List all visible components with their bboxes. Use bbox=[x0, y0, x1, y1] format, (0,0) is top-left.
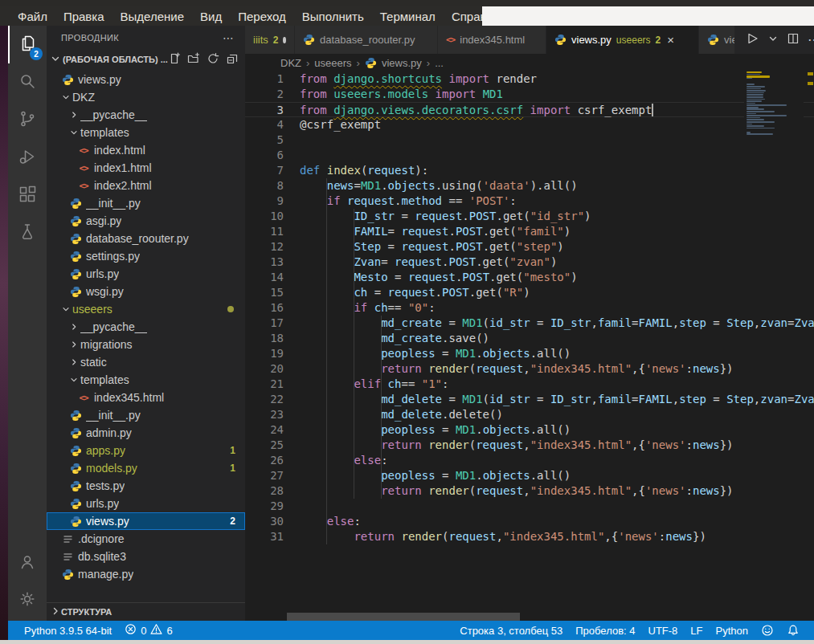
tree-file-urls.py[interactable]: urls.py bbox=[47, 265, 245, 283]
workspace-section-header[interactable]: (РАБОЧАЯ ОБЛАСТЬ) ... bbox=[47, 50, 245, 69]
run-python-file-icon[interactable] bbox=[745, 31, 759, 49]
tab-iiits[interactable]: iiits2 bbox=[245, 26, 295, 54]
activity-search-button[interactable] bbox=[8, 63, 47, 101]
python-interpreter[interactable]: Python 3.9.5 64-bit bbox=[18, 625, 118, 637]
activity-source-control-button[interactable] bbox=[8, 101, 47, 139]
menu-item-7[interactable]: Терминал bbox=[372, 10, 444, 23]
warning-icon bbox=[150, 623, 162, 638]
tab-index345.html[interactable]: <>index345.html bbox=[438, 26, 546, 54]
minimap-line bbox=[747, 86, 765, 88]
python-file-icon bbox=[69, 426, 82, 439]
encoding-setting[interactable]: UTF-8 bbox=[642, 625, 685, 637]
menu-item-6[interactable]: Выполнить bbox=[294, 10, 372, 23]
code-line-2: 2from useeers.models import MD1 bbox=[245, 87, 814, 102]
activity-explorer-button[interactable]: 2 bbox=[8, 26, 47, 63]
minimap-line bbox=[747, 113, 756, 115]
cursor-position[interactable]: Строка 3, столбец 53 bbox=[453, 625, 569, 637]
language-mode[interactable]: Python bbox=[710, 625, 755, 637]
tree-folder-__pycache__[interactable]: __pycache__ bbox=[47, 106, 245, 124]
tab-views.py[interactable]: views.pyuseeers2× bbox=[546, 26, 699, 54]
activity-testing-button[interactable] bbox=[8, 214, 47, 252]
tree-file-models.py[interactable]: models.py1 bbox=[47, 459, 245, 477]
tree-file-database_roouter.py[interactable]: database_roouter.py bbox=[47, 230, 245, 247]
breadcrumb-item[interactable]: views.py bbox=[382, 57, 422, 69]
tab-bar: iiits2database_roouter.py<>index345.html… bbox=[245, 26, 814, 54]
minimap-line bbox=[747, 133, 773, 135]
tree-file-index345.html[interactable]: <>index345.html bbox=[47, 389, 245, 406]
breadcrumb-item[interactable]: DKZ bbox=[280, 57, 301, 69]
tree-folder-migrations[interactable]: migrations bbox=[47, 336, 245, 353]
breadcrumb-item[interactable]: useeers bbox=[314, 57, 351, 69]
horizontal-scrollbar[interactable] bbox=[287, 613, 520, 621]
minimap-line bbox=[747, 128, 775, 129]
notifications-bell-icon[interactable] bbox=[780, 624, 806, 637]
indent-guide bbox=[381, 316, 382, 499]
activity-settings-button[interactable] bbox=[8, 581, 47, 619]
tree-file-views.py[interactable]: views.py bbox=[47, 71, 245, 88]
refresh-icon[interactable] bbox=[207, 52, 219, 67]
minimap-line bbox=[747, 107, 759, 108]
line-number: 16 bbox=[245, 300, 284, 316]
tree-folder-useeers[interactable]: useeers bbox=[47, 300, 245, 318]
background-window-strip bbox=[482, 6, 814, 26]
close-icon[interactable]: × bbox=[667, 33, 674, 47]
sidebar-more-icon[interactable]: ⋯ bbox=[223, 31, 234, 44]
chevron-right-icon bbox=[69, 339, 79, 350]
tree-file-index2.html[interactable]: <>index2.html bbox=[47, 177, 245, 194]
menu-item-3[interactable]: Выделение bbox=[112, 10, 192, 23]
tree-file-__init__.py[interactable]: __init__.py bbox=[47, 194, 245, 212]
tree-folder-static[interactable]: static bbox=[47, 353, 245, 371]
activity-account-button[interactable] bbox=[8, 544, 47, 581]
chevron-right-icon bbox=[69, 109, 79, 120]
split-editor-icon[interactable] bbox=[787, 32, 800, 48]
tree-file-db.sqlite3[interactable]: db.sqlite3 bbox=[47, 548, 245, 565]
menu-item-2[interactable]: Правка bbox=[55, 10, 112, 23]
tree-file-.dcignore[interactable]: .dcignore bbox=[47, 530, 245, 548]
tree-file-settings.py[interactable]: settings.py bbox=[47, 247, 245, 265]
menu-item-4[interactable]: Вид bbox=[192, 10, 230, 23]
minimap[interactable] bbox=[744, 68, 804, 157]
breadcrumb[interactable]: DKZ›useeers›views.py›... bbox=[245, 54, 814, 71]
feedback-icon[interactable] bbox=[755, 624, 780, 637]
tree-file-urls.py[interactable]: urls.py bbox=[47, 495, 245, 512]
tab-vie[interactable]: vie bbox=[699, 26, 735, 54]
code-line-20: 20 return render(request,"index345.html"… bbox=[245, 361, 814, 377]
indentation-setting[interactable]: Пробелов: 4 bbox=[569, 625, 641, 637]
outline-section-header[interactable]: СТРУКТУРА bbox=[47, 602, 245, 621]
tree-folder-templates[interactable]: templates bbox=[47, 124, 245, 141]
breadcrumb-item[interactable]: ... bbox=[435, 57, 444, 69]
code-line-13: 13 Zvan= request.POST.get("zvan") bbox=[245, 255, 814, 270]
eol-setting[interactable]: LF bbox=[684, 625, 709, 637]
tree-folder-__pycache__[interactable]: __pycache__ bbox=[47, 318, 245, 336]
menu-item-5[interactable]: Переход bbox=[230, 10, 294, 23]
tree-file-index.html[interactable]: <>index.html bbox=[47, 141, 245, 159]
code-editor[interactable]: 1from django.shortcuts import render2fro… bbox=[245, 71, 814, 585]
line-number: 1 bbox=[245, 71, 284, 87]
tree-file-tests.py[interactable]: tests.py bbox=[47, 477, 245, 495]
tree-file-__init__.py[interactable]: __init__.py bbox=[47, 406, 245, 424]
activity-run-debug-button[interactable] bbox=[8, 139, 47, 177]
tree-file-views.py[interactable]: views.py2 bbox=[47, 512, 245, 530]
new-file-icon[interactable] bbox=[168, 52, 181, 67]
minimap-line bbox=[747, 111, 775, 112]
problems-indicator[interactable]: 0 6 bbox=[118, 623, 178, 638]
new-folder-icon[interactable] bbox=[187, 52, 200, 67]
run-dropdown-chevron-icon[interactable] bbox=[767, 33, 779, 47]
menu-item-1[interactable]: Файл bbox=[10, 10, 55, 23]
code-line-21: 21 elif ch== "1": bbox=[245, 377, 814, 392]
tree-file-apps.py[interactable]: apps.py1 bbox=[47, 442, 245, 459]
tree-file-wsgi.py[interactable]: wsgi.py bbox=[47, 283, 245, 300]
line-number: 13 bbox=[245, 255, 284, 270]
line-number: 19 bbox=[245, 346, 284, 361]
tree-file-admin.py[interactable]: admin.py bbox=[47, 424, 245, 442]
tree-folder-templates[interactable]: templates bbox=[47, 371, 245, 389]
error-icon bbox=[125, 623, 137, 638]
tree-file-index1.html[interactable]: <>index1.html bbox=[47, 159, 245, 177]
collapse-all-icon[interactable] bbox=[226, 52, 239, 67]
activity-extensions-button[interactable] bbox=[8, 177, 47, 214]
tab-problem-badge: 2 bbox=[656, 35, 661, 46]
tree-file-manage.py[interactable]: manage.py bbox=[47, 565, 245, 583]
tree-folder-DKZ[interactable]: DKZ bbox=[47, 88, 245, 106]
tab-database_roouter.py[interactable]: database_roouter.py bbox=[295, 26, 438, 54]
tree-file-asgi.py[interactable]: asgi.py bbox=[47, 212, 245, 230]
